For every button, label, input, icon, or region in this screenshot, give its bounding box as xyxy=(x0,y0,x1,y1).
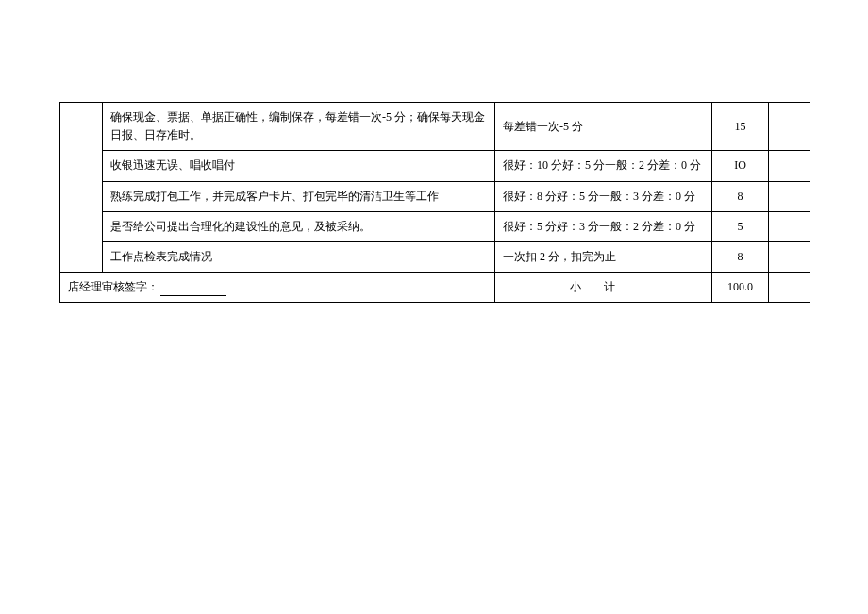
score-cell: 15 xyxy=(712,103,769,151)
empty-cell xyxy=(769,151,810,181)
subtotal-label-cell: 小计 xyxy=(495,273,712,303)
signature-line xyxy=(160,285,226,296)
desc-cell: 收银迅速无误、唱收唱付 xyxy=(103,151,495,181)
desc-cell: 工作点检表完成情况 xyxy=(103,241,495,272)
score-cell: 8 xyxy=(712,241,769,272)
empty-cell xyxy=(769,181,810,211)
score-cell: IO xyxy=(712,151,769,181)
desc-cell: 熟练完成打包工作，并完成客户卡片、打包完毕的清洁卫生等工作 xyxy=(103,181,495,211)
criteria-cell: 很好：10 分好：5 分一般：2 分差：0 分 xyxy=(495,151,712,181)
table-row: 熟练完成打包工作，并完成客户卡片、打包完毕的清洁卫生等工作 很好：8 分好：5 … xyxy=(60,181,810,211)
empty-cell xyxy=(769,273,810,303)
desc-cell: 是否给公司提出合理化的建设性的意见，及被采纳。 xyxy=(103,211,495,241)
category-cell xyxy=(60,103,103,273)
criteria-cell: 很好：8 分好：5 分一般：3 分差：0 分 xyxy=(495,181,712,211)
empty-cell xyxy=(769,103,810,151)
table-row: 工作点检表完成情况 一次扣 2 分，扣完为止 8 xyxy=(60,241,810,272)
signature-cell: 店经理审核签字： xyxy=(60,273,495,303)
empty-cell xyxy=(769,241,810,272)
subtotal-value-cell: 100.0 xyxy=(712,273,769,303)
criteria-cell: 每差错一次-5 分 xyxy=(495,103,712,151)
evaluation-table: 确保现金、票据、单据正确性，编制保存，每差错一次-5 分；确保每天现金日报、日存… xyxy=(59,102,810,303)
table-row: 收银迅速无误、唱收唱付 很好：10 分好：5 分一般：2 分差：0 分 IO xyxy=(60,151,810,181)
footer-row: 店经理审核签字： 小计 100.0 xyxy=(60,273,810,303)
criteria-cell: 一次扣 2 分，扣完为止 xyxy=(495,241,712,272)
table-row: 确保现金、票据、单据正确性，编制保存，每差错一次-5 分；确保每天现金日报、日存… xyxy=(60,103,810,151)
score-cell: 5 xyxy=(712,211,769,241)
empty-cell xyxy=(769,211,810,241)
score-cell: 8 xyxy=(712,181,769,211)
desc-cell: 确保现金、票据、单据正确性，编制保存，每差错一次-5 分；确保每天现金日报、日存… xyxy=(103,103,495,151)
criteria-cell: 很好：5 分好：3 分一般：2 分差：0 分 xyxy=(495,211,712,241)
signature-label: 店经理审核签字： xyxy=(68,280,159,293)
table-row: 是否给公司提出合理化的建设性的意见，及被采纳。 很好：5 分好：3 分一般：2 … xyxy=(60,211,810,241)
